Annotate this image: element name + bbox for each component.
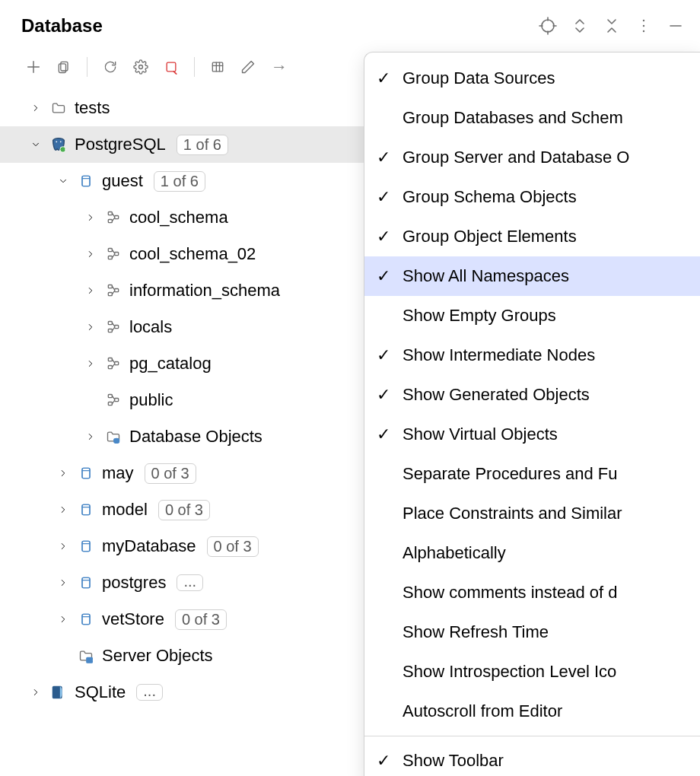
- check-icon: ✓: [375, 68, 392, 88]
- menu-item[interactable]: Show Introspection Level Ico: [364, 652, 700, 692]
- menu-item[interactable]: Show comments instead of d: [364, 573, 700, 612]
- menu-item[interactable]: Separate Procedures and Fu: [364, 454, 700, 494]
- count-badge[interactable]: 0 of 3: [207, 536, 259, 557]
- tree-row-label: myDatabase: [102, 536, 196, 556]
- menu-item[interactable]: ✓Group Data Sources: [364, 59, 700, 98]
- minimize-icon[interactable]: [667, 17, 685, 35]
- count-badge[interactable]: 0 of 3: [175, 609, 227, 630]
- settings-icon[interactable]: [129, 55, 153, 79]
- svg-rect-72: [87, 660, 93, 663]
- tree-row-label: PostgreSQL: [75, 135, 166, 154]
- svg-rect-31: [108, 256, 112, 259]
- svg-rect-11: [61, 62, 68, 71]
- count-badge[interactable]: 1 of 6: [154, 171, 205, 192]
- menu-item[interactable]: ✓Group Server and Database O: [364, 138, 700, 177]
- svg-rect-56: [82, 468, 90, 478]
- chevron-right-icon[interactable]: [84, 393, 97, 407]
- menu-item-label: Show Empty Groups: [402, 306, 556, 326]
- menu-item[interactable]: Autoscroll from Editor: [364, 692, 700, 731]
- go-icon[interactable]: →: [272, 60, 286, 74]
- more-icon[interactable]: [635, 17, 653, 35]
- refresh-icon[interactable]: [98, 55, 123, 79]
- tree-row-label: SQLite: [75, 682, 126, 702]
- chevron-right-icon[interactable]: [56, 503, 70, 517]
- menu-item-label: Show All Namespaces: [402, 266, 569, 286]
- svg-point-0: [542, 20, 554, 32]
- menu-item[interactable]: Group Databases and Schem: [364, 98, 700, 138]
- folder-icon: [50, 100, 67, 116]
- menu-item[interactable]: ✓Show Generated Objects: [364, 375, 700, 415]
- target-icon[interactable]: [539, 17, 557, 35]
- panel-header: Database: [0, 0, 700, 46]
- check-icon: ✓: [375, 345, 392, 365]
- count-badge[interactable]: 1 of 6: [177, 135, 228, 155]
- count-badge[interactable]: 0 of 3: [145, 463, 196, 484]
- toolbar-separator: [194, 57, 195, 77]
- chevron-right-icon[interactable]: [84, 430, 97, 444]
- expand-icon[interactable]: [571, 17, 589, 35]
- menu-item-label: Show Generated Objects: [402, 385, 590, 405]
- svg-rect-26: [108, 220, 112, 223]
- chevron-right-icon[interactable]: [84, 357, 97, 371]
- menu-item[interactable]: Place Constraints and Similar: [364, 494, 700, 533]
- chevron-right-icon[interactable]: [84, 284, 97, 297]
- chevron-right-icon[interactable]: [56, 612, 70, 626]
- menu-item[interactable]: ✓Show Toolbar: [364, 741, 700, 776]
- menu-item[interactable]: ✓Group Schema Objects: [364, 177, 700, 217]
- menu-item-label: Show Virtual Objects: [402, 425, 558, 444]
- schema-icon: [105, 282, 122, 299]
- menu-item[interactable]: ✓Show Virtual Objects: [364, 415, 700, 454]
- chevron-right-icon[interactable]: [56, 649, 70, 663]
- sqlite-icon: [50, 684, 67, 701]
- check-icon: ✓: [375, 227, 392, 246]
- menu-item[interactable]: ✓Show Intermediate Nodes: [364, 336, 700, 375]
- menu-item-label: Show comments instead of d: [402, 583, 617, 603]
- menu-item[interactable]: Alphabetically: [364, 533, 700, 573]
- svg-rect-36: [108, 293, 112, 296]
- svg-point-5: [643, 20, 644, 21]
- chevron-right-icon[interactable]: [84, 320, 97, 334]
- chevron-right-icon[interactable]: [56, 539, 70, 553]
- db-icon: [78, 574, 94, 591]
- svg-rect-52: [115, 399, 119, 402]
- count-badge[interactable]: ...: [136, 684, 163, 701]
- chevron-right-icon[interactable]: [56, 576, 70, 590]
- chevron-right-icon[interactable]: [84, 247, 97, 261]
- schema-icon: [105, 209, 122, 226]
- svg-rect-47: [115, 362, 119, 365]
- tree-row-label: public: [129, 390, 173, 410]
- stop-icon[interactable]: [159, 55, 183, 79]
- chevron-right-icon[interactable]: [29, 101, 43, 115]
- chevron-right-icon[interactable]: [29, 685, 43, 699]
- chevron-down-icon[interactable]: [29, 138, 43, 151]
- menu-item[interactable]: Show Refresh Time: [364, 612, 700, 652]
- check-icon: ✓: [375, 751, 392, 771]
- options-menu: ✓Group Data SourcesGroup Databases and S…: [364, 52, 700, 776]
- copy-ddl-icon[interactable]: [52, 55, 76, 79]
- menu-item[interactable]: ✓Show All Namespaces: [364, 256, 700, 296]
- collapse-icon[interactable]: [603, 17, 621, 35]
- chevron-right-icon[interactable]: [56, 466, 70, 480]
- svg-rect-60: [82, 504, 90, 514]
- tree-row-label: information_schema: [129, 281, 280, 301]
- count-badge[interactable]: ...: [177, 574, 203, 591]
- svg-rect-23: [82, 176, 90, 186]
- db-icon: [78, 465, 94, 482]
- check-icon: ✓: [375, 266, 392, 286]
- menu-item-label: Group Databases and Schem: [402, 108, 623, 128]
- schema-icon: [105, 246, 122, 262]
- tree-row-label: may: [102, 463, 134, 483]
- chevron-down-icon[interactable]: [56, 174, 70, 188]
- svg-rect-69: [82, 614, 90, 624]
- tree-row-label: model: [102, 500, 148, 520]
- menu-item-label: Autoscroll from Editor: [402, 701, 562, 721]
- edit-icon[interactable]: [236, 55, 260, 79]
- chevron-right-icon[interactable]: [84, 211, 97, 224]
- add-button[interactable]: [21, 55, 46, 79]
- table-icon[interactable]: [205, 55, 230, 79]
- header-actions: [539, 17, 685, 35]
- menu-item-label: Show Introspection Level Ico: [402, 662, 616, 682]
- menu-item[interactable]: ✓Group Object Elements: [364, 217, 700, 256]
- count-badge[interactable]: 0 of 3: [158, 500, 210, 520]
- menu-item[interactable]: Show Empty Groups: [364, 296, 700, 336]
